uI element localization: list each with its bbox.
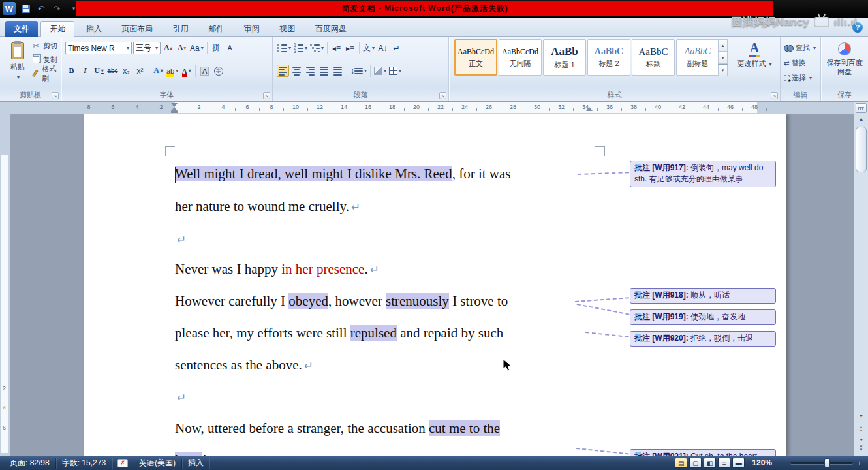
style-card-normal[interactable]: AaBbCcDd正文 (454, 39, 497, 76)
borders-button[interactable]: ▾ (388, 65, 402, 77)
font-size-select[interactable]: 三号▾ (133, 42, 161, 54)
tab-baidu-netdisk[interactable]: 百度网盘 (307, 21, 355, 37)
style-card-no-spacing[interactable]: AaBbCcDd无间隔 (499, 39, 542, 76)
text-line[interactable]: sentences as the above.↵ (175, 357, 313, 375)
text-line[interactable]: However carefully I obeyed, however stre… (175, 293, 508, 311)
spellcheck-icon[interactable]: ✗ (117, 459, 128, 467)
select-button[interactable]: 选择▾ (784, 72, 812, 84)
print-layout-view-button[interactable]: ▤ (675, 458, 687, 468)
character-shading-button[interactable]: A (198, 65, 211, 77)
word-logo-icon[interactable]: W (3, 2, 16, 15)
scroll-up-icon[interactable]: ▲ (854, 116, 868, 122)
styles-scroll-up-icon[interactable]: ▴ (718, 39, 728, 52)
previous-page-button[interactable]: ▲▲ (854, 426, 868, 432)
clipboard-dialog-launcher[interactable]: ↘ (52, 92, 59, 99)
justify-button[interactable] (318, 65, 330, 77)
tab-references[interactable]: 引用 (164, 21, 197, 37)
text-line[interactable]: Well might I dread, well might I dislike… (175, 166, 510, 184)
decrease-indent-button[interactable]: ◂≡ (330, 42, 343, 54)
paste-button[interactable]: 粘贴 ▾ (5, 39, 30, 90)
find-button[interactable]: 查找▾ (784, 42, 816, 54)
align-right-button[interactable] (304, 65, 317, 77)
save-to-baidu-button[interactable]: 保存到百度网盘 (824, 39, 865, 90)
word-count[interactable]: 字数: 15,273 (56, 458, 112, 469)
scroll-down-icon[interactable]: ▼ (854, 413, 868, 419)
fullscreen-view-button[interactable]: ▢ (689, 458, 702, 468)
save-icon[interactable] (20, 3, 31, 14)
horizontal-ruler[interactable]: 8642246810121416182022242628303234363840… (0, 102, 854, 114)
next-page-button[interactable]: ▼▼ (854, 445, 868, 452)
insert-mode-indicator[interactable]: 插入 (182, 458, 209, 469)
zoom-in-button[interactable]: + (855, 458, 864, 468)
italic-button[interactable]: I (79, 65, 91, 77)
strikethrough-button[interactable]: abc (106, 65, 119, 77)
shrink-font-button[interactable]: A▾ (176, 42, 188, 54)
redo-icon[interactable]: ↷ (51, 3, 63, 14)
language-indicator[interactable]: 英语(美国) (133, 458, 182, 469)
replace-button[interactable]: ⇄替换 (784, 57, 805, 69)
shading-button[interactable]: ▾ (373, 65, 387, 77)
left-indent-marker[interactable] (171, 111, 178, 113)
help-icon[interactable]: ? (852, 22, 863, 33)
font-dialog-launcher[interactable]: ↘ (263, 92, 270, 99)
text-line[interactable]: Never was I happy in her presence.↵ (175, 261, 379, 279)
styles-gallery-more-icon[interactable]: ▾ (718, 64, 728, 76)
tab-file[interactable]: 文件 (5, 21, 38, 37)
distribute-button[interactable] (332, 65, 344, 77)
zoom-slider-thumb[interactable] (824, 458, 830, 467)
paragraph-dialog-launcher[interactable]: ↘ (439, 92, 446, 99)
styles-dialog-launcher[interactable]: ↘ (771, 92, 778, 99)
comment-balloon[interactable]: 批注 [W用917]: 倒装句，may well do sth. 有足够或充分的… (630, 161, 776, 187)
cut-button[interactable]: ✂剪切 (31, 40, 61, 52)
sort-button[interactable]: A↓ (377, 42, 389, 54)
outline-view-button[interactable]: ≡ (718, 458, 730, 468)
change-case-button[interactable]: Aa▾ (189, 42, 204, 54)
text-effects-button[interactable]: A▾ (152, 65, 164, 77)
underline-button[interactable]: U▾ (93, 65, 105, 77)
line-spacing-button[interactable]: ↕▾ (350, 65, 367, 77)
subscript-button[interactable]: x₂ (120, 65, 132, 77)
tab-mailings[interactable]: 邮件 (200, 21, 232, 37)
text-line[interactable]: please her, my efforts were still repuls… (175, 325, 503, 343)
zoom-level[interactable]: 120% (752, 458, 772, 467)
text-line[interactable]: her nature to wound me cruelly.↵ (175, 198, 360, 217)
styles-scroll-down-icon[interactable]: ▾ (718, 52, 728, 64)
character-border-button[interactable]: A (224, 42, 236, 54)
page-indicator[interactable]: 页面: 82/98 (4, 458, 56, 469)
comment-balloon[interactable]: 批注 [W用918]: 顺从，听话 (630, 288, 776, 304)
grow-font-button[interactable]: A▴ (162, 42, 174, 54)
highlight-color-button[interactable]: ab▾ (166, 65, 179, 77)
tab-review[interactable]: 审阅 (236, 21, 268, 37)
numbering-button[interactable]: ▾ (293, 42, 308, 54)
tab-view[interactable]: 视图 (271, 21, 303, 37)
show-marks-button[interactable]: ↵ (390, 42, 403, 54)
text-line[interactable]: ↵ (175, 231, 186, 249)
bold-button[interactable]: B (65, 65, 78, 77)
align-left-button[interactable] (277, 65, 289, 77)
asian-layout-button[interactable]: 文▾ (362, 42, 375, 54)
multilevel-list-button[interactable]: ▾ (309, 42, 324, 54)
zoom-slider[interactable] (790, 462, 853, 464)
comment-balloon[interactable]: 批注 [W用920]: 拒绝，驳倒，击退 (630, 331, 776, 347)
align-center-button[interactable] (290, 65, 303, 77)
text-line[interactable]: Now, uttered before a stranger, the accu… (175, 420, 500, 439)
vertical-scrollbar[interactable]: ▲ ▼ ▲▲ ● ▼▼ (854, 102, 868, 456)
tab-home[interactable]: 开始 (40, 21, 74, 37)
style-card-title[interactable]: AaBbC标题 (632, 39, 675, 76)
ruler-toggle-button[interactable] (856, 103, 867, 113)
browse-object-button[interactable]: ● (854, 437, 868, 441)
style-card-heading2[interactable]: AaBbC标题 2 (587, 39, 630, 76)
change-styles-button[interactable]: A 更改样式 ▾ (732, 40, 777, 69)
scrollbar-thumb[interactable] (856, 127, 867, 172)
draft-view-button[interactable]: ▬ (732, 458, 745, 468)
bullets-button[interactable]: ▾ (277, 42, 292, 54)
tab-insert[interactable]: 插入 (78, 21, 110, 37)
undo-icon[interactable]: ↶ (35, 3, 47, 14)
superscript-button[interactable]: x² (134, 65, 146, 77)
web-layout-view-button[interactable]: ◧ (704, 458, 716, 468)
font-name-select[interactable]: Times New R▾ (65, 42, 132, 54)
style-card-subtitle[interactable]: AaBbC副标题 (676, 39, 719, 76)
enclose-character-button[interactable]: 字 (212, 65, 225, 77)
phonetic-guide-button[interactable]: 拼 (210, 42, 223, 54)
style-card-heading1[interactable]: AaBb标题 1 (543, 39, 586, 76)
